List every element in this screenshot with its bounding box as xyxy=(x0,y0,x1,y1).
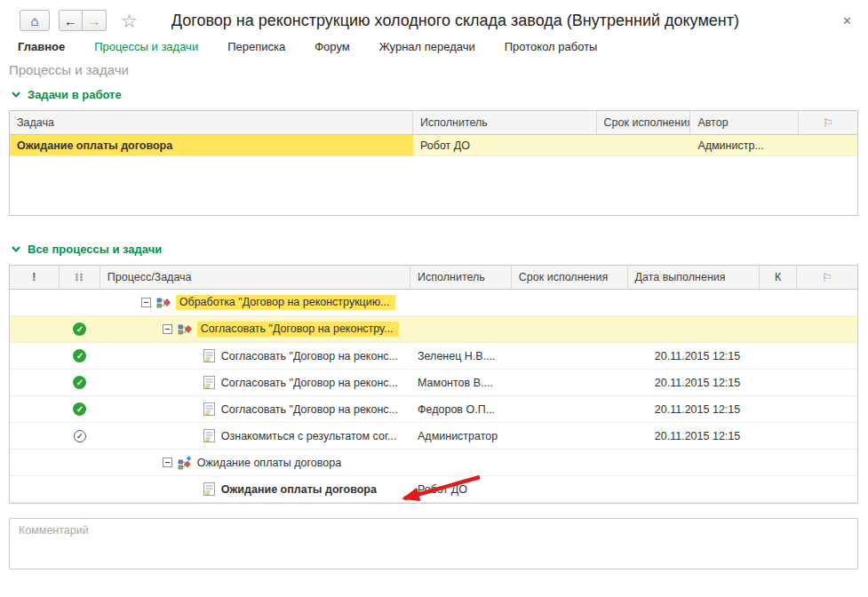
cell-executor xyxy=(410,450,512,475)
cell-status xyxy=(60,423,100,449)
table-row[interactable]: Согласовать "Договор на реконстру... xyxy=(10,316,857,343)
column-header-process[interactable]: Процесс/Задача xyxy=(100,266,410,289)
cell-flag xyxy=(797,476,857,502)
back-arrow-icon: ← xyxy=(64,13,77,28)
table-row[interactable]: Ожидание оплаты договора Робот ДО Админи… xyxy=(10,135,857,156)
tab-main[interactable]: Главное xyxy=(18,40,65,53)
flag-icon: ⚐ xyxy=(823,116,833,130)
table-row[interactable]: Ожидание оплаты договора Робот ДО xyxy=(10,476,857,503)
table-row[interactable]: Ознакомиться с результатом сог... Админи… xyxy=(10,423,857,450)
cell-done xyxy=(628,450,760,475)
task-document-icon xyxy=(203,349,215,362)
tasks-table: Задача Исполнитель Срок исполнения Автор… xyxy=(9,110,858,216)
cell-done xyxy=(628,290,760,315)
cell-executor: Администратор xyxy=(410,423,512,449)
column-header-k[interactable]: К xyxy=(760,266,797,289)
tree-indent xyxy=(100,382,203,383)
completed-check-icon xyxy=(73,322,86,336)
cell-k xyxy=(760,316,797,342)
tab-processes[interactable]: Процессы и задачи xyxy=(94,40,198,53)
column-header-executor[interactable]: Исполнитель xyxy=(410,266,512,289)
cell-executor: Робот ДО xyxy=(410,476,512,502)
cell-done xyxy=(628,316,760,342)
cell-due xyxy=(512,343,628,369)
task-title: Согласовать "Договор на реконс... xyxy=(221,350,398,362)
column-header-due[interactable]: Срок исполнения xyxy=(512,266,628,289)
collapse-toggle-icon[interactable] xyxy=(163,324,172,334)
cell-flag xyxy=(797,370,857,395)
column-header-importance[interactable]: ! xyxy=(10,266,60,289)
column-header-done[interactable]: Дата выполнения xyxy=(628,266,760,289)
column-header-executor[interactable]: Исполнитель xyxy=(413,111,597,134)
cell-due xyxy=(597,135,691,155)
cell-process: Согласовать "Договор на реконстру... xyxy=(100,316,410,342)
tab-correspondence[interactable]: Переписка xyxy=(227,40,285,53)
process-title: Ожидание оплаты договора xyxy=(197,457,341,469)
cell-due xyxy=(512,450,628,475)
column-header-task[interactable]: Задача xyxy=(10,111,413,134)
comment-input[interactable] xyxy=(9,518,858,569)
tree-indent xyxy=(100,409,203,410)
cell-flag xyxy=(797,450,857,475)
tab-transfer-log[interactable]: Журнал передачи xyxy=(379,40,475,53)
cell-done: 20.11.2015 12:15 xyxy=(628,423,760,449)
cell-importance xyxy=(10,476,60,502)
tab-forum[interactable]: Форум xyxy=(315,40,350,53)
table-row[interactable]: Обработка "Договор на реконструкцию... xyxy=(10,290,857,316)
completed-check-icon xyxy=(73,376,86,389)
column-header-status[interactable] xyxy=(60,266,100,289)
cell-status xyxy=(60,370,100,395)
flag-icon: ⚐ xyxy=(822,271,832,284)
task-document-icon xyxy=(203,376,215,389)
cell-status xyxy=(60,343,100,369)
task-title: Ожидание оплаты договора xyxy=(221,483,377,496)
collapse-toggle-icon[interactable] xyxy=(163,458,172,467)
empty-table-area[interactable] xyxy=(10,156,857,215)
cell-process: Согласовать "Договор на реконс... xyxy=(100,370,410,395)
task-title: Согласовать "Договор на реконс... xyxy=(221,403,398,416)
table-row[interactable]: Согласовать "Договор на реконс... Федоро… xyxy=(10,396,857,423)
cell-k xyxy=(760,290,797,315)
task-document-icon xyxy=(203,482,215,496)
back-button[interactable]: ← xyxy=(59,10,83,31)
collapse-toggle-icon[interactable] xyxy=(141,298,151,307)
column-header-due[interactable]: Срок исполнения xyxy=(597,111,691,134)
table-row[interactable]: Ожидание оплаты договора xyxy=(10,450,857,476)
cell-executor: Зеленец Н.В.... xyxy=(410,343,512,369)
tab-work-protocol[interactable]: Протокол работы xyxy=(505,40,598,53)
column-header-flag[interactable]: ⚐ xyxy=(799,111,857,134)
favorite-star-icon[interactable]: ☆ xyxy=(121,12,138,30)
chevron-down-icon xyxy=(12,92,20,98)
column-header-flag[interactable]: ⚐ xyxy=(797,266,857,289)
cell-importance xyxy=(10,290,60,315)
section-tasks-in-progress[interactable]: Задачи в работе xyxy=(0,88,868,101)
home-icon: ⌂ xyxy=(30,13,38,28)
section-label: Задачи в работе xyxy=(28,88,122,101)
cell-done: 20.11.2015 12:15 xyxy=(628,396,760,422)
cell-task: Ожидание оплаты договора xyxy=(10,135,413,155)
cell-executor xyxy=(410,290,512,315)
tab-bar: Главное Процессы и задачи Переписка Фору… xyxy=(0,36,868,61)
cell-importance xyxy=(10,423,60,449)
table-row[interactable]: Согласовать "Договор на реконс... Мамонт… xyxy=(10,370,857,396)
cell-process: Ознакомиться с результатом сог... xyxy=(100,423,410,449)
section-all-processes[interactable]: Все процессы и задачи xyxy=(0,243,868,256)
cell-importance xyxy=(10,396,60,422)
tree-indent xyxy=(100,462,163,463)
column-header-author[interactable]: Автор xyxy=(690,111,799,134)
cell-flag xyxy=(797,396,857,422)
section-label: Все процессы и задачи xyxy=(28,243,162,256)
close-icon[interactable]: ✕ xyxy=(839,12,856,29)
completed-check-icon xyxy=(73,402,86,416)
process-title: Согласовать "Договор на реконстру... xyxy=(197,322,399,337)
home-button[interactable]: ⌂ xyxy=(20,10,50,31)
cell-k xyxy=(760,370,797,395)
toolbar: ⌂ ← → ☆ Договор на реконструкцию холодно… xyxy=(0,0,868,36)
cell-flag xyxy=(797,423,857,449)
forward-button[interactable]: → xyxy=(83,10,107,31)
cell-status xyxy=(60,316,100,342)
waiting-process-icon xyxy=(178,456,192,470)
cell-status xyxy=(60,290,100,315)
table-row[interactable]: Согласовать "Договор на реконс... Зелене… xyxy=(10,343,857,370)
tree-indent xyxy=(100,435,203,436)
